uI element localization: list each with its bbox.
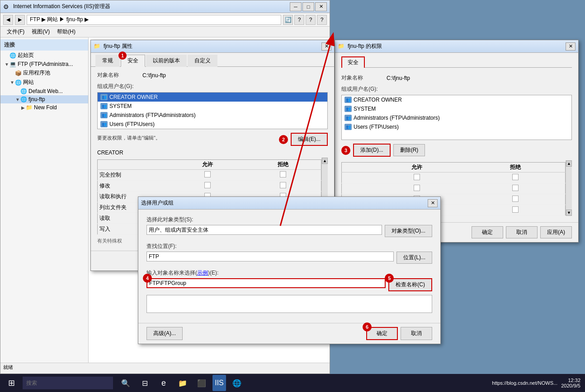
iis-titlebar: ⚙ Internet Information Services (IIS)管理器… bbox=[0, 0, 330, 13]
iis-close-button[interactable]: ✕ bbox=[315, 2, 327, 11]
perm-user-name-3: Users (FTP\Users) bbox=[354, 124, 399, 130]
forward-button[interactable]: ▶ bbox=[15, 15, 25, 25]
user-item-0[interactable]: 👥 CREATOR OWNER bbox=[98, 93, 327, 102]
dialog-properties-close[interactable]: ✕ bbox=[321, 42, 331, 51]
location-input[interactable] bbox=[146, 252, 394, 261]
sidebar-item-ftp[interactable]: ▼ 💻 FTP (FTP\Administra... bbox=[0, 60, 88, 68]
user-item-1[interactable]: 👥 SYSTEM bbox=[98, 102, 327, 111]
user-name-1: SYSTEM bbox=[109, 103, 132, 109]
sidebar-item-apppool[interactable]: 📦 应用程序池 bbox=[0, 68, 88, 78]
enter-name-input[interactable] bbox=[146, 278, 386, 288]
example-link[interactable]: 示例 bbox=[197, 270, 208, 276]
perms-header-text: CREATOR bbox=[97, 149, 123, 156]
sidebar-item-defaultweb[interactable]: 🌐 Default Web... bbox=[0, 87, 88, 95]
sidebar-item-sites[interactable]: ▼ 🌐 网站 bbox=[0, 78, 88, 87]
perm2-allow-0[interactable] bbox=[368, 173, 466, 183]
address-path-text: FTP ▶ 网站 ▶ fjnu-ftp ▶ bbox=[30, 16, 89, 23]
menu-view[interactable]: 视图(V) bbox=[28, 27, 53, 37]
perm2-deny-2[interactable] bbox=[466, 194, 565, 205]
sidebar-sites-label: 网站 bbox=[23, 79, 34, 86]
sidebar-item-fjnu-ftp[interactable]: ▼ 🌐 fjnu-ftp bbox=[0, 95, 88, 103]
user-item-2[interactable]: 👥 Administrators (FTP\Administrators) bbox=[98, 111, 327, 120]
perm2-scroll-up[interactable]: ▲ bbox=[566, 160, 572, 167]
remove-button[interactable]: 删除(R) bbox=[393, 144, 425, 156]
badge-security-tab: 1 bbox=[118, 51, 127, 60]
perm2-allow-1[interactable] bbox=[368, 183, 466, 194]
sidebar-ftp-label: FTP (FTP\Administra... bbox=[18, 61, 73, 67]
perm-deny-0[interactable] bbox=[245, 170, 321, 181]
user-list-permissions[interactable]: 👥 CREATOR OWNER 👥 SYSTEM 👥 Administrator… bbox=[341, 95, 572, 140]
refresh-icon[interactable]: 🔄 bbox=[283, 15, 293, 25]
perm-user-item-2[interactable]: 👥 Administrators (FTP\Administrators) bbox=[342, 113, 571, 122]
edit-button[interactable]: 编辑(E)... bbox=[291, 133, 328, 146]
back-button[interactable]: ◀ bbox=[3, 15, 13, 25]
help-icon2[interactable]: ? bbox=[306, 15, 316, 25]
ok-button-wrapper: 6 确定 bbox=[366, 327, 398, 340]
perm-user-name-1: SYSTEM bbox=[354, 106, 376, 112]
permissions-tab-header: 安全 bbox=[335, 53, 578, 68]
object-type-button[interactable]: 对象类型(O)... bbox=[385, 225, 432, 237]
permissions-apply-button[interactable]: 应用(A) bbox=[540, 226, 572, 238]
user-list-properties[interactable]: 👥 CREATOR OWNER 👥 SYSTEM 👥 Administrator… bbox=[97, 92, 328, 129]
advanced-button[interactable]: 高级(A)... bbox=[146, 327, 183, 340]
user-item-3[interactable]: 👥 Users (FTP\Users) bbox=[98, 120, 327, 129]
perm-allow-0[interactable] bbox=[170, 170, 245, 181]
select-user-cancel-button[interactable]: 取消 bbox=[401, 327, 432, 340]
perm2-scrollbar[interactable]: ▲ ▼ bbox=[566, 160, 572, 216]
tab-custom[interactable]: 自定义 bbox=[188, 55, 217, 67]
badge-input: 4 bbox=[143, 274, 152, 283]
sidebar-item-newfold[interactable]: ▶ 📁 New Fold bbox=[0, 103, 88, 112]
perm-user-item-1[interactable]: 👥 SYSTEM bbox=[342, 104, 571, 113]
taskbar-icon-iis[interactable]: IIS bbox=[212, 375, 226, 391]
menu-file[interactable]: 文件(F) bbox=[3, 27, 28, 37]
start-button[interactable]: ⊞ bbox=[0, 374, 23, 392]
add-button[interactable]: 添加(D)... bbox=[353, 144, 391, 157]
perm2-name-1 bbox=[342, 183, 368, 194]
extra-textarea[interactable] bbox=[146, 295, 432, 313]
tab-general[interactable]: 常规 bbox=[95, 55, 120, 67]
taskbar-search[interactable] bbox=[23, 377, 113, 389]
taskbar-icon-cortana[interactable]: 🔍 bbox=[118, 375, 134, 391]
perm2-deny-1[interactable] bbox=[466, 183, 565, 194]
perm-user-item-0[interactable]: 👥 CREATOR OWNER bbox=[342, 95, 571, 104]
perm2-deny-3[interactable] bbox=[466, 205, 565, 216]
dialog-permissions-close[interactable]: ✕ bbox=[566, 42, 576, 51]
help-icon3[interactable]: ? bbox=[317, 15, 327, 25]
sidebar-item-home[interactable]: 🌐 起始页 bbox=[0, 51, 88, 60]
perm2-deny-0[interactable] bbox=[466, 173, 565, 183]
help-icon1[interactable]: ? bbox=[294, 15, 304, 25]
perm-allow-1[interactable] bbox=[170, 181, 245, 191]
perm-name-1: 修改 bbox=[98, 181, 170, 191]
perm2-scroll-down[interactable]: ▼ bbox=[566, 210, 572, 216]
dialog-select-user-titlebar[interactable]: 选择用户或组 ✕ bbox=[138, 197, 440, 210]
iis-maximize-button[interactable]: □ bbox=[302, 2, 314, 11]
perm-scroll-up[interactable]: ▲ bbox=[322, 158, 328, 164]
taskbar-icon-ie[interactable]: e bbox=[156, 375, 172, 391]
object-name-value: C:\fjnu-ftp bbox=[142, 72, 166, 79]
user-icon-3: 👥 bbox=[100, 121, 108, 127]
iis-minimize-button[interactable]: ─ bbox=[290, 2, 302, 11]
taskbar-icon-cmd[interactable]: ⬛ bbox=[193, 375, 210, 391]
status-bar: 就绪 bbox=[0, 363, 330, 372]
perm-user-item-3[interactable]: 👥 Users (FTP\Users) bbox=[342, 122, 571, 131]
tab-security[interactable]: 安全 1 bbox=[121, 55, 145, 67]
menu-help[interactable]: 帮助(H) bbox=[53, 27, 79, 37]
dialog-permissions-titlebar[interactable]: 📁 fjnu-ftp 的权限 ✕ bbox=[335, 40, 578, 53]
taskbar-icon-folder[interactable]: 📁 bbox=[175, 375, 191, 391]
check-name-button[interactable]: 检查名称(C) bbox=[388, 278, 432, 291]
location-button[interactable]: 位置(L)... bbox=[396, 252, 432, 264]
tab-prev-versions[interactable]: 以前的版本 bbox=[146, 55, 187, 67]
permissions-security-tab[interactable]: 安全 bbox=[341, 56, 365, 68]
perm-deny-1[interactable] bbox=[245, 181, 321, 191]
dialog-permissions-title: fjnu-ftp 的权限 bbox=[348, 42, 566, 50]
taskbar-icon-network[interactable]: 🌐 bbox=[229, 375, 245, 391]
dialog-properties-titlebar[interactable]: 📁 fjnu-ftp 属性 ✕ bbox=[91, 40, 334, 53]
permissions-ok-button[interactable]: 确定 bbox=[472, 226, 503, 238]
perm-col-name bbox=[98, 160, 170, 170]
perm2-name-0 bbox=[342, 173, 368, 183]
taskbar-icon-multitask[interactable]: ⊟ bbox=[137, 375, 153, 391]
permissions-cancel-button[interactable]: 取消 bbox=[506, 226, 538, 238]
dialog-select-user-close[interactable]: ✕ bbox=[428, 199, 438, 207]
object-type-input[interactable] bbox=[146, 225, 382, 235]
address-path[interactable]: FTP ▶ 网站 ▶ fjnu-ftp ▶ bbox=[27, 15, 281, 25]
